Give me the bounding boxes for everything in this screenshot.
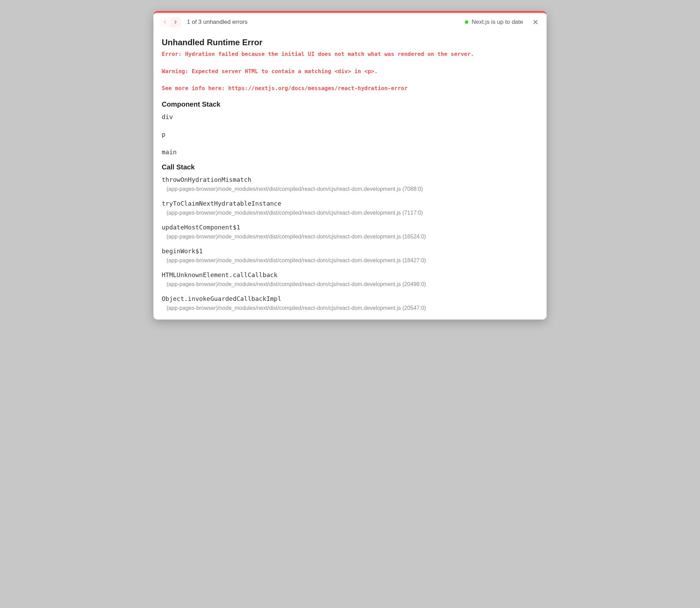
stack-frame: throwOnHydrationMismatch(app-pages-brows… — [162, 176, 538, 192]
version-status: Next.js is up to date — [465, 19, 523, 26]
frame-location: (app-pages-browser)/node_modules/next/di… — [162, 186, 538, 192]
close-icon — [532, 19, 539, 26]
stack-frame: tryToClaimNextHydratableInstance(app-pag… — [162, 200, 538, 216]
prev-error-button[interactable] — [160, 17, 170, 27]
info-line: See more info here: https://nextjs.org/d… — [162, 85, 408, 91]
frame-location: (app-pages-browser)/node_modules/next/di… — [162, 257, 538, 264]
status-text: Next.js is up to date — [472, 19, 523, 26]
frame-function: updateHostComponent$1 — [162, 224, 538, 231]
component-stack-item: div — [162, 113, 538, 120]
error-message: Error: Hydration failed because the init… — [162, 50, 538, 93]
stack-frame: HTMLUnknownElement.callCallback(app-page… — [162, 271, 538, 287]
error-overlay: 1 of 3 unhandled errors Next.js is up to… — [153, 11, 547, 320]
error-nav — [160, 17, 181, 27]
frame-location: (app-pages-browser)/node_modules/next/di… — [162, 210, 538, 216]
warning-line: Warning: Expected server HTML to contain… — [162, 68, 378, 75]
arrow-right-icon — [173, 19, 178, 25]
frame-function: tryToClaimNextHydratableInstance — [162, 200, 538, 207]
stack-frame: updateHostComponent$1(app-pages-browser)… — [162, 224, 538, 240]
frame-location: (app-pages-browser)/node_modules/next/di… — [162, 234, 538, 240]
overlay-body: Unhandled Runtime Error Error: Hydration… — [153, 31, 547, 320]
error-counter: 1 of 3 unhandled errors — [187, 19, 248, 26]
component-stack-item: main — [162, 148, 538, 156]
frame-location: (app-pages-browser)/node_modules/next/di… — [162, 281, 538, 287]
frame-function: Object.invokeGuardedCallbackImpl — [162, 295, 538, 302]
component-stack-item: p — [162, 131, 538, 138]
overlay-header: 1 of 3 unhandled errors Next.js is up to… — [153, 13, 547, 31]
call-stack-list: throwOnHydrationMismatch(app-pages-brows… — [162, 176, 538, 311]
stack-frame: beginWork$1(app-pages-browser)/node_modu… — [162, 247, 538, 264]
component-stack-heading: Component Stack — [162, 100, 538, 108]
frame-function: beginWork$1 — [162, 247, 538, 255]
close-button[interactable] — [531, 17, 540, 27]
next-error-button[interactable] — [170, 17, 181, 27]
status-dot-icon — [465, 20, 468, 24]
stack-frame: Object.invokeGuardedCallbackImpl(app-pag… — [162, 295, 538, 311]
call-stack-heading: Call Stack — [162, 163, 538, 171]
arrow-left-icon — [162, 19, 168, 25]
component-stack-list: divpmain — [162, 113, 538, 156]
frame-function: HTMLUnknownElement.callCallback — [162, 271, 538, 278]
frame-location: (app-pages-browser)/node_modules/next/di… — [162, 305, 538, 311]
frame-function: throwOnHydrationMismatch — [162, 176, 538, 183]
error-title: Unhandled Runtime Error — [162, 38, 538, 47]
error-line: Error: Hydration failed because the init… — [162, 51, 474, 57]
